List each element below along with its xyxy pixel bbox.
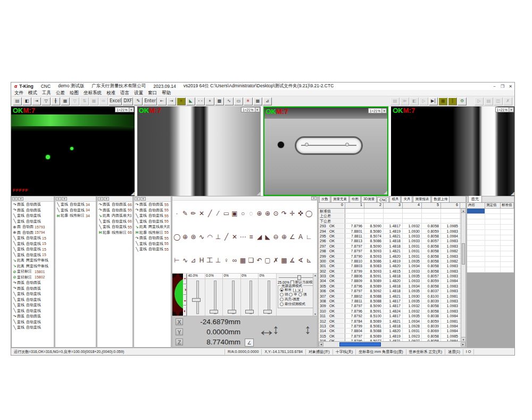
menu-item[interactable]: 文件 xyxy=(14,90,23,96)
zoom-select[interactable]: 1=21%▾ xyxy=(495,107,514,112)
list-item[interactable]: 圆弧 自动圆弧 xyxy=(12,202,54,208)
slider-thumb[interactable] xyxy=(192,298,201,302)
scroll-up-icon[interactable]: ▲ xyxy=(313,274,317,277)
table-row[interactable]: 310OK 7.8796 8.5091 1.4824 1.0932 0.8058… xyxy=(319,309,466,314)
table-row[interactable]: 299OK 7.8790 8.5093 1.4820 1.0931 0.8058… xyxy=(319,254,466,259)
palette-tool-icon[interactable]: ∟ xyxy=(305,233,313,241)
list-item[interactable]: 直线 自动直线 xyxy=(12,219,54,225)
palette-tool-icon[interactable]: ⊙ xyxy=(272,209,280,218)
table-row[interactable]: 294OK 7.8801 8.5080 1.4819 1.0930 0.8059… xyxy=(319,229,466,234)
list-item[interactable]: 直线 自动直线 55 xyxy=(97,224,132,230)
multi-step-button[interactable]: ≫ xyxy=(400,97,409,105)
delete-tool-button[interactable]: ✗ xyxy=(503,97,512,105)
magnifier-button[interactable]: ⌖ xyxy=(205,97,214,105)
element-row[interactable] xyxy=(467,225,514,230)
mid-radio[interactable] xyxy=(289,293,293,297)
menu-item[interactable]: 坐标系统 xyxy=(84,90,102,96)
element-row[interactable] xyxy=(467,209,514,214)
palette-tool-icon[interactable]: ▭ xyxy=(222,209,230,218)
palette-tool-icon[interactable]: ⊕ xyxy=(255,209,263,218)
list-item[interactable]: 距离 两直线中垂线 xyxy=(12,258,54,263)
video-button[interactable]: ▦ xyxy=(61,97,70,105)
table-tab[interactable]: 测量报表 xyxy=(413,196,431,202)
palette-tool-icon[interactable]: ✜ xyxy=(297,209,305,218)
close-button[interactable]: ✕ xyxy=(506,84,514,89)
palette-tool-icon[interactable]: ▣ xyxy=(231,209,239,218)
scroll-up-icon[interactable]: ▲ xyxy=(461,209,466,213)
standard-radio[interactable] xyxy=(280,288,284,292)
slider-thumb[interactable] xyxy=(228,310,236,314)
list-item[interactable]: 距离 两直线中垂线 xyxy=(12,263,54,269)
table-row[interactable]: 296OK 7.8813 8.5086 1.4818 1.0933 0.8057… xyxy=(319,238,466,243)
palette-tool-icon[interactable]: ╱ xyxy=(222,233,230,241)
back-button[interactable]: ← xyxy=(157,97,167,105)
slider-thumb[interactable] xyxy=(245,310,254,314)
list-item[interactable]: 圆弧 自动圆弧 xyxy=(12,314,54,319)
scroll-left-icon[interactable]: ◄ xyxy=(319,342,323,347)
slider-track[interactable] xyxy=(205,279,223,316)
table-tab[interactable]: 测量元素 xyxy=(331,196,349,202)
forward-button[interactable]: → xyxy=(167,97,176,105)
intensity-slider[interactable] xyxy=(279,275,313,280)
minus-button[interactable]: - - xyxy=(196,97,205,105)
list-item[interactable]: 直线 自动直线 xyxy=(12,325,54,331)
stop-button[interactable]: ■ xyxy=(438,97,447,105)
play-to-button[interactable]: ▶| xyxy=(429,97,438,105)
list-item[interactable]: 直线 自动直线 34 xyxy=(55,202,96,208)
element-row[interactable] xyxy=(467,230,514,235)
list-item[interactable]: 直线 自动直线 55 xyxy=(134,246,171,252)
list-item[interactable]: 直线 自动直线 xyxy=(12,319,54,325)
palette-tool-icon[interactable]: · xyxy=(173,209,181,218)
list-collapse-button[interactable]: ▾ xyxy=(18,197,23,201)
table-tab[interactable]: CNC xyxy=(377,197,389,202)
slider-thumb[interactable] xyxy=(263,310,272,314)
scrollbar-thumb[interactable] xyxy=(339,342,381,347)
table-row[interactable]: 305OK 7.8796 8.5089 1.4818 1.0934 0.8058… xyxy=(319,284,466,289)
list-item[interactable]: 直线 自动直线 xyxy=(12,291,54,297)
list-item[interactable]: 轮廓 线性标注 55 xyxy=(134,230,171,236)
high-radio[interactable] xyxy=(298,293,302,297)
list-item[interactable]: 直线 自动直线 15 xyxy=(12,241,54,247)
list-item[interactable]: 直线 自动直线 34 xyxy=(55,208,96,213)
chart-button[interactable]: ⊿ xyxy=(263,97,272,105)
menu-item[interactable]: 帮助 xyxy=(162,90,171,96)
menu-item[interactable]: 模式 xyxy=(28,90,37,96)
light-button[interactable]: ☀ xyxy=(177,97,186,105)
zoom-select[interactable]: 1=21%▾ xyxy=(115,107,134,112)
palette-tool-icon[interactable]: ⊕ xyxy=(181,233,189,241)
table-row[interactable]: 311OK 7.8792 8.5100 1.4817 1.0935 0.8038… xyxy=(319,314,466,318)
menu-item[interactable]: 公差 xyxy=(56,90,65,96)
list-item[interactable]: 圆弧 自动圆弧 55 xyxy=(97,208,132,213)
list-menu-button[interactable]: ≡ xyxy=(12,197,18,201)
palette-tool-icon[interactable]: ⊕ xyxy=(280,233,288,241)
list-menu-button[interactable]: ≡ xyxy=(56,197,61,201)
report-button[interactable]: ✎ xyxy=(134,97,143,105)
palette-tool-icon[interactable]: A xyxy=(297,233,305,241)
run-program-button[interactable]: ⚙ xyxy=(458,97,467,105)
table-row[interactable]: 300OK 7.8810 8.5086 1.4819 1.0935 0.8058… xyxy=(319,259,466,263)
palette-tool-icon[interactable]: ↷ xyxy=(280,209,288,218)
play2-button[interactable]: ▷ xyxy=(475,97,484,105)
scrollbar-thumb[interactable] xyxy=(462,243,465,265)
ring-light-preview[interactable] xyxy=(172,274,183,316)
list-item[interactable]: 圆弧 自动圆弧 xyxy=(12,286,54,292)
table-row[interactable]: 315OK 7.8797 8.5089 1.4819 1.0923 0.8058… xyxy=(319,334,466,339)
list-item[interactable]: 直线 自动直线 55 xyxy=(134,241,171,247)
table-row[interactable]: 306OK 7.8797 8.5092 1.4818 1.0935 0.8037… xyxy=(319,289,466,293)
element-row[interactable] xyxy=(467,267,514,273)
horizontal-scrollbar[interactable]: ◄ ► xyxy=(319,341,466,347)
zoom-select[interactable]: 1=21%▾ xyxy=(368,108,387,113)
vertical-scrollbar[interactable]: ▲ ▼ xyxy=(461,209,466,341)
list-collapse-button[interactable]: ▾ xyxy=(104,197,109,201)
camera-view-4[interactable]: OKM:7 1=21%▾ ◢ xyxy=(391,106,514,196)
palette-tool-icon[interactable]: ▢ xyxy=(264,256,272,265)
palette-tool-icon[interactable]: ◯ xyxy=(173,233,181,241)
list-item[interactable]: 直径标注 15802 xyxy=(12,275,54,281)
element-row[interactable] xyxy=(467,241,514,246)
scene-button[interactable]: ◣ xyxy=(186,97,195,105)
palette-tool-icon[interactable]: ∡ xyxy=(288,256,296,265)
light-segment-button[interactable]: ◐ xyxy=(183,306,187,316)
open2-button[interactable]: ◫ xyxy=(494,97,503,105)
slider-thumb[interactable] xyxy=(297,275,301,280)
palette-tool-icon[interactable]: ⊾ xyxy=(305,256,313,265)
